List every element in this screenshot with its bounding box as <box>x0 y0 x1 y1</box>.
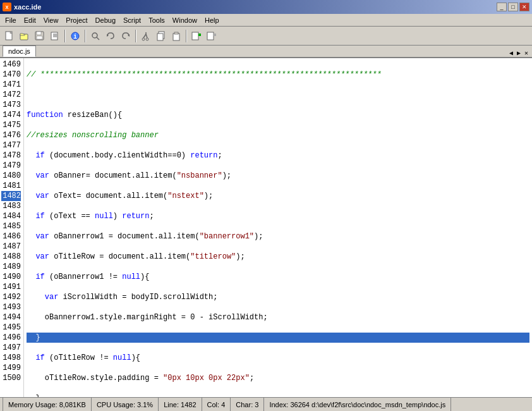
code-line: if (document.body.clientWidth==0) return… <box>27 150 529 161</box>
toolbar-separator-2 <box>85 30 86 42</box>
toolbar-debug-button[interactable] <box>205 29 219 43</box>
status-memory: Memory Usage: 8,081KB <box>3 398 92 411</box>
toolbar-close-button[interactable] <box>48 29 62 43</box>
code-line: var oBannerrow1 = document.all.item("ban… <box>27 231 529 242</box>
svg-rect-6 <box>37 36 42 39</box>
line-number: 1493 <box>1 302 21 312</box>
code-line: oBannerrow1.style.marginRight = 0 - iScr… <box>27 312 529 322</box>
menu-debug[interactable]: Debug <box>92 15 119 25</box>
code-line: oTitleRow.style.padding = "0px 10px 0px … <box>27 373 529 383</box>
status-cpu: CPU Usage: 3.1% <box>92 398 159 411</box>
menu-help[interactable]: Help <box>201 15 223 25</box>
menu-tools[interactable]: Tools <box>145 15 169 25</box>
code-line: //resizes nonscrolling banner <box>27 130 529 140</box>
editor-container: 1469 1470 1471 1472 1473 1474 1475 1476 … <box>0 58 532 397</box>
line-numbers: 1469 1470 1471 1472 1473 1474 1475 1476 … <box>0 58 24 397</box>
toolbar-find-button[interactable] <box>88 29 102 43</box>
line-number: 1499 <box>1 363 21 373</box>
toolbar-run-button[interactable] <box>190 29 203 43</box>
tab-next-button[interactable]: ▶ <box>516 49 522 57</box>
svg-point-13 <box>92 33 97 38</box>
line-number: 1473 <box>1 100 21 110</box>
toolbar-redo-button[interactable] <box>119 29 133 43</box>
menu-window[interactable]: Window <box>169 15 201 25</box>
code-line: if (oBannerrow1 != null){ <box>27 272 529 282</box>
menu-project[interactable]: Project <box>62 15 91 25</box>
toolbar-new-button[interactable] <box>3 29 16 43</box>
menu-file[interactable]: File <box>1 15 20 25</box>
toolbar-separator-1 <box>64 30 66 42</box>
line-number: 1497 <box>1 343 21 353</box>
svg-rect-27 <box>198 34 201 36</box>
line-number: 1494 <box>1 312 21 322</box>
toolbar-cut-button[interactable] <box>139 29 153 43</box>
toolbar-separator-4 <box>186 30 187 42</box>
code-line: if (oTitleRow != null){ <box>27 353 529 363</box>
toolbar-info-button[interactable]: i <box>68 29 82 43</box>
maximize-button[interactable]: □ <box>508 3 518 11</box>
svg-rect-26 <box>192 32 198 40</box>
status-col: Col: 4 <box>202 398 231 411</box>
line-number-highlighted: 1482 <box>1 191 21 201</box>
minimize-button[interactable]: _ <box>497 3 507 11</box>
line-number: 1489 <box>1 262 21 272</box>
editor-tab-ndocjs[interactable]: ndoc.js <box>3 46 36 57</box>
code-editor[interactable]: // *************************************… <box>24 58 532 397</box>
line-number: 1484 <box>1 211 21 221</box>
code-line: // *************************************… <box>27 70 529 80</box>
svg-rect-24 <box>173 34 179 40</box>
svg-line-20 <box>146 34 147 38</box>
line-number: 1488 <box>1 252 21 262</box>
app-icon: x <box>3 3 11 11</box>
line-number: 1491 <box>1 282 21 292</box>
menu-script[interactable]: Script <box>119 15 145 25</box>
svg-rect-28 <box>207 32 214 40</box>
close-button[interactable]: ✕ <box>519 3 529 11</box>
code-line-highlighted: } <box>27 333 529 343</box>
line-number: 1481 <box>1 181 21 191</box>
line-number: 1480 <box>1 171 21 181</box>
line-number: 1478 <box>1 150 21 161</box>
code-line: var oBanner= document.all.item("nsbanner… <box>27 171 529 181</box>
toolbar-paste-button[interactable] <box>169 29 183 43</box>
line-number: 1471 <box>1 80 21 90</box>
line-number: 1479 <box>1 161 21 171</box>
line-number: 1472 <box>1 90 21 100</box>
line-number: 1477 <box>1 140 21 150</box>
menu-edit[interactable]: Edit <box>20 15 40 25</box>
code-line: } <box>27 393 529 397</box>
tab-bar: ndoc.js ◀ ▶ ✕ <box>0 46 532 58</box>
tab-navigation: ◀ ▶ ✕ <box>508 49 529 57</box>
line-number: 1470 <box>1 70 21 80</box>
tab-prev-button[interactable]: ◀ <box>508 49 514 57</box>
toolbar-save-button[interactable] <box>33 29 47 43</box>
line-number: 1485 <box>1 221 21 231</box>
line-number: 1475 <box>1 120 21 130</box>
toolbar-open-button[interactable] <box>18 29 32 43</box>
menu-view[interactable]: View <box>40 15 63 25</box>
status-bar: Memory Usage: 8,081KB CPU Usage: 3.1% Li… <box>0 397 532 411</box>
svg-rect-25 <box>174 32 178 34</box>
line-number: 1495 <box>1 322 21 333</box>
line-number: 1474 <box>1 110 21 120</box>
code-line: var oText= document.all.item("nstext"); <box>27 191 529 201</box>
status-index: Index: 36264 d:\dev\f2f\src\doc\ndoc_msd… <box>264 398 451 411</box>
line-number: 1490 <box>1 272 21 282</box>
line-number: 1486 <box>1 231 21 242</box>
code-line: var oTitleRow = document.all.item("title… <box>27 252 529 262</box>
title-controls[interactable]: _ □ ✕ <box>497 3 529 11</box>
code-line: var iScrollWidth = bodyID.scrollWidth; <box>27 292 529 302</box>
code-line <box>27 90 529 100</box>
svg-rect-7 <box>51 32 57 40</box>
toolbar-undo-button[interactable] <box>104 29 118 43</box>
menu-bar: File Edit View Project Debug Script Tool… <box>0 14 532 27</box>
toolbar: i <box>0 27 532 46</box>
line-number: 1487 <box>1 242 21 252</box>
line-number: 1496 <box>1 333 21 343</box>
tab-close-button[interactable]: ✕ <box>523 49 529 57</box>
status-line: Line: 1482 <box>159 398 202 411</box>
toolbar-copy-button[interactable] <box>154 29 168 43</box>
code-line: if (oText == null) return; <box>27 211 529 221</box>
svg-rect-23 <box>157 34 163 40</box>
toolbar-separator-3 <box>135 30 136 42</box>
